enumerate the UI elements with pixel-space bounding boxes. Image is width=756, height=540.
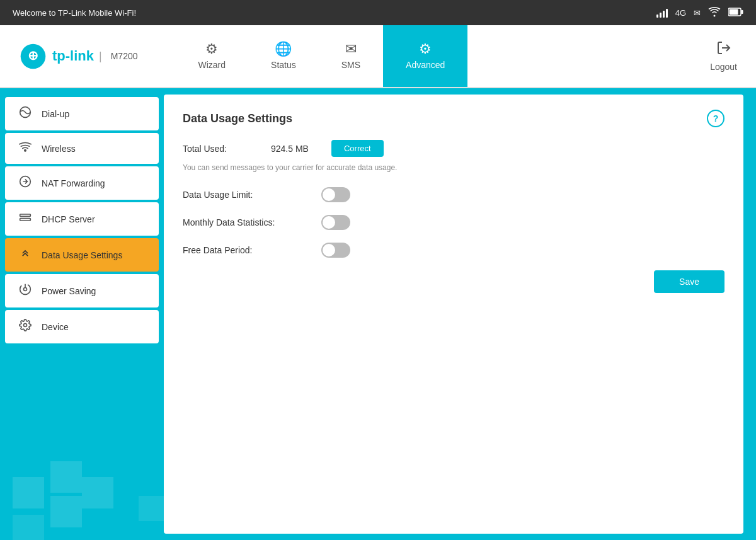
main-content: Dial-up Wireless NAT Forwarding: [0, 88, 756, 540]
monthly-data-statistics-toggle[interactable]: [321, 215, 350, 230]
wifi-status-icon: [708, 7, 721, 19]
save-button[interactable]: Save: [654, 270, 724, 293]
sidebar-item-dialup-label: Dial-up: [42, 109, 69, 119]
status-icon: 🌐: [275, 41, 292, 57]
welcome-text: Welcome to TP-Link Mobile Wi-Fi!: [13, 8, 136, 18]
wizard-icon: ⚙: [205, 41, 218, 57]
toggle-thumb-2: [323, 244, 335, 256]
content-panel: Data Usage Settings ? Total Used: 924.5 …: [164, 95, 743, 534]
sidebar-item-dhcp[interactable]: DHCP Server: [5, 202, 159, 236]
device-icon: [18, 319, 33, 335]
data-usage-limit-label: Data Usage Limit:: [183, 190, 309, 200]
info-text: You can send messages to your carrier fo…: [183, 163, 724, 172]
tplink-logo-icon: ⊕: [19, 42, 47, 71]
toggle-track-2: [321, 243, 350, 258]
tab-advanced-label: Advanced: [406, 60, 445, 70]
status-icons: 4G ✉: [656, 7, 743, 19]
sidebar-item-nat-label: NAT Forwarding: [42, 178, 105, 188]
4g-icon: 4G: [675, 8, 686, 18]
toggle-track-1: [321, 215, 350, 230]
data-usage-limit-row: Data Usage Limit:: [183, 187, 724, 202]
toggle-thumb-1: [323, 216, 335, 229]
svg-text:⊕: ⊕: [28, 48, 38, 62]
sidebar-item-data-usage[interactable]: Data Usage Settings: [5, 238, 159, 272]
sidebar-item-wireless[interactable]: Wireless: [5, 133, 159, 164]
sidebar-item-device-label: Device: [42, 322, 69, 332]
wireless-icon: [18, 142, 33, 155]
svg-rect-9: [20, 214, 31, 216]
signal-icon: [656, 8, 668, 18]
free-data-period-row: Free Data Period:: [183, 243, 724, 258]
battery-icon: [728, 8, 743, 18]
logo-area: ⊕ tp-link | M7200: [19, 42, 138, 71]
svg-point-13: [24, 288, 27, 291]
nav-bar: ⊕ tp-link | M7200 ⚙ Wizard 🌐 Status ✉ SM…: [0, 25, 756, 88]
total-used-value: 924.5 MB: [271, 144, 309, 154]
tab-sms[interactable]: ✉ SMS: [319, 25, 383, 87]
mail-icon: ✉: [694, 8, 701, 18]
sidebar-item-power-saving-label: Power Saving: [42, 286, 96, 296]
brand-name: tp-link: [52, 48, 94, 64]
svg-rect-2: [730, 9, 738, 14]
data-usage-icon: [18, 247, 33, 263]
logo-separator: |: [99, 50, 102, 63]
logout-icon: [716, 40, 731, 59]
toggle-thumb-0: [323, 188, 335, 201]
monthly-data-statistics-row: Monthly Data Statistics:: [183, 215, 724, 230]
sidebar-item-power-saving[interactable]: Power Saving: [5, 274, 159, 307]
dialup-icon: [18, 106, 33, 122]
save-row: Save: [183, 270, 724, 293]
sidebar-item-device[interactable]: Device: [5, 310, 159, 343]
monthly-data-statistics-label: Monthly Data Statistics:: [183, 217, 309, 227]
svg-rect-1: [742, 10, 743, 14]
panel-title-bar: Data Usage Settings ?: [183, 110, 724, 127]
status-bar: Welcome to TP-Link Mobile Wi-Fi! 4G ✉: [0, 0, 756, 25]
logout-button[interactable]: Logout: [691, 40, 756, 72]
panel-title-text: Data Usage Settings: [183, 112, 292, 125]
data-usage-limit-toggle[interactable]: [321, 187, 350, 202]
tab-wizard[interactable]: ⚙ Wizard: [176, 25, 249, 87]
tab-wizard-label: Wizard: [198, 60, 226, 70]
dhcp-icon: [18, 211, 33, 227]
nat-icon: [18, 175, 33, 191]
free-data-period-label: Free Data Period:: [183, 245, 309, 255]
toggle-track-0: [321, 187, 350, 202]
tab-sms-label: SMS: [341, 60, 360, 70]
svg-point-14: [24, 324, 27, 327]
power-saving-icon: [18, 283, 33, 299]
sidebar-item-dhcp-label: DHCP Server: [42, 214, 95, 224]
total-used-label: Total Used:: [183, 144, 258, 154]
logout-label: Logout: [710, 62, 737, 72]
correct-button[interactable]: Correct: [331, 140, 384, 157]
help-icon[interactable]: ?: [707, 110, 724, 127]
advanced-icon: ⚙: [419, 41, 432, 57]
sidebar-item-wireless-label: Wireless: [42, 144, 76, 154]
tab-advanced[interactable]: ⚙ Advanced: [383, 25, 467, 87]
device-model: M7200: [111, 51, 138, 61]
sidebar-item-nat-forwarding[interactable]: NAT Forwarding: [5, 166, 159, 200]
sidebar-item-dialup[interactable]: Dial-up: [5, 97, 159, 130]
tab-status-label: Status: [271, 60, 296, 70]
svg-rect-10: [20, 219, 31, 221]
free-data-period-toggle[interactable]: [321, 243, 350, 258]
sms-icon: ✉: [345, 41, 357, 57]
tab-status[interactable]: 🌐 Status: [248, 25, 319, 87]
sidebar-item-data-usage-label: Data Usage Settings: [42, 250, 122, 260]
svg-point-7: [25, 150, 26, 152]
total-used-row: Total Used: 924.5 MB Correct: [183, 140, 724, 157]
nav-tabs: ⚙ Wizard 🌐 Status ✉ SMS ⚙ Advanced: [176, 25, 692, 87]
sidebar: Dial-up Wireless NAT Forwarding: [0, 88, 164, 540]
